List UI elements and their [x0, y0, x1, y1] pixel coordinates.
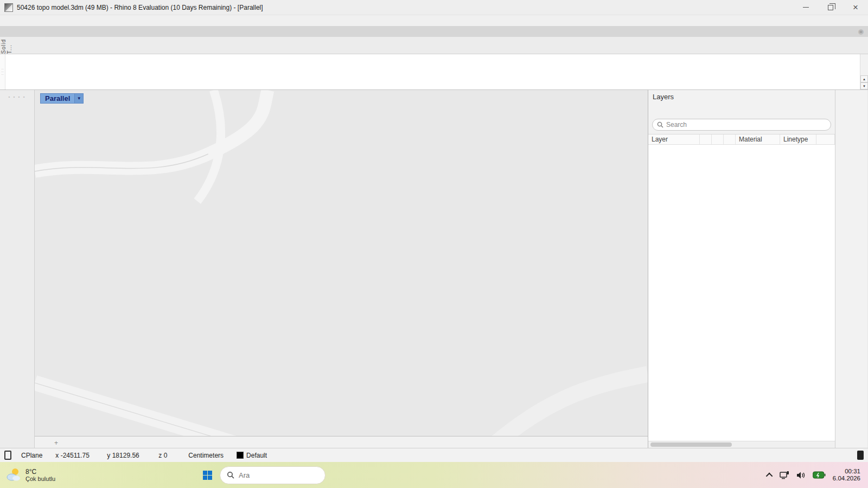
window-title: 50426 topo model.3dm (49 MB) - Rhino 8 E… [17, 4, 263, 11]
rhino-app-icon [4, 3, 13, 12]
layers-panel-title: Layers [653, 93, 674, 101]
viewport-title-chip[interactable]: Parallel ▼ [40, 93, 84, 104]
clock-date: 6.04.2026 [833, 475, 860, 482]
current-layer-swatch [237, 452, 244, 459]
taskbar-search-input[interactable] [239, 471, 304, 479]
viewport-title[interactable]: Parallel [41, 94, 74, 103]
tray-chevron-icon[interactable] [766, 472, 773, 479]
status-end-icon[interactable] [857, 451, 864, 460]
weather-temp: 8°C [25, 468, 55, 476]
battery-icon[interactable] [813, 471, 826, 479]
windows-taskbar: 8°C Çok bulutlu 00:31 6.04.2026 [0, 462, 868, 488]
docked-toolbar-label: Solid T... [1, 39, 12, 54]
add-viewport-tab-button[interactable]: + [49, 438, 63, 448]
viewport-parallel[interactable]: Parallel ▼ + [35, 90, 648, 448]
layers-toolbar [648, 103, 835, 117]
layers-search-box[interactable] [652, 119, 831, 131]
weather-widget[interactable]: 8°C Çok bulutlu [0, 467, 55, 483]
minimize-button[interactable] [793, 0, 818, 15]
scene-svg [35, 90, 648, 436]
speaker-icon[interactable] [796, 471, 806, 479]
coord-x: x -24511.75 [49, 452, 100, 459]
coord-y: y 18129.56 [100, 452, 152, 459]
windows-logo-icon [203, 471, 212, 480]
scroll-up-icon[interactable]: ▲ [860, 75, 868, 82]
units-label[interactable]: Centimeters [182, 452, 230, 459]
clock-time: 00:31 [833, 468, 860, 475]
layers-panel: Layers Layer Material Linetype [648, 90, 835, 448]
cplane-button[interactable]: CPlane [15, 452, 49, 459]
viewport-dropdown-icon[interactable]: ▼ [74, 94, 83, 103]
network-icon[interactable] [780, 471, 789, 479]
layers-table: Layer Material Linetype [648, 134, 835, 448]
search-icon [657, 121, 663, 128]
coord-z: z 0 [152, 452, 182, 459]
column-material[interactable]: Material [736, 134, 780, 144]
system-tray: 00:31 6.04.2026 [768, 468, 868, 482]
status-bar: CPlane x -24511.75 y 18129.56 z 0 Centim… [0, 448, 868, 462]
ribbon-gear-icon[interactable]: ◉ [858, 28, 864, 35]
column-layer[interactable]: Layer [648, 134, 700, 144]
current-layer-indicator[interactable]: Default [230, 452, 273, 459]
close-button[interactable]: × [843, 0, 868, 15]
title-bar: 50426 topo model.3dm (49 MB) - Rhino 8 E… [0, 0, 868, 15]
solid-tools-toolbar [0, 37, 868, 54]
command-history[interactable] [5, 54, 860, 89]
ribbon-tab-bar: Solid T... ◉ [0, 26, 868, 37]
tray-clock[interactable]: 00:31 6.04.2026 [833, 468, 860, 482]
command-grip[interactable]: ······ [0, 54, 5, 89]
search-icon [227, 471, 234, 479]
layers-hscrollbar[interactable] [648, 441, 835, 448]
start-button[interactable] [198, 466, 216, 484]
column-linetype[interactable]: Linetype [780, 134, 816, 144]
layers-search-input[interactable] [666, 121, 826, 129]
taskbar-search[interactable] [220, 466, 326, 484]
viewport-3d-scene[interactable] [35, 90, 648, 436]
left-tool-sidebar: • • • • [0, 90, 35, 448]
layers-column-headers: Layer Material Linetype [648, 134, 835, 145]
restore-button[interactable] [818, 0, 843, 15]
command-scrollbar[interactable]: ▲ ▼ [860, 54, 868, 89]
panel-tab-strip [835, 90, 867, 448]
weather-desc: Çok bulutlu [25, 476, 55, 482]
viewport-tab-bar: + [35, 436, 648, 448]
scroll-down-icon[interactable]: ▼ [860, 82, 868, 89]
weather-icon [5, 467, 22, 483]
command-area: ······ ▲ ▼ [0, 54, 868, 90]
menu-bar [0, 15, 868, 26]
rhino-window: 50426 topo model.3dm (49 MB) - Rhino 8 E… [0, 0, 868, 488]
status-cell-icon[interactable] [4, 451, 11, 460]
